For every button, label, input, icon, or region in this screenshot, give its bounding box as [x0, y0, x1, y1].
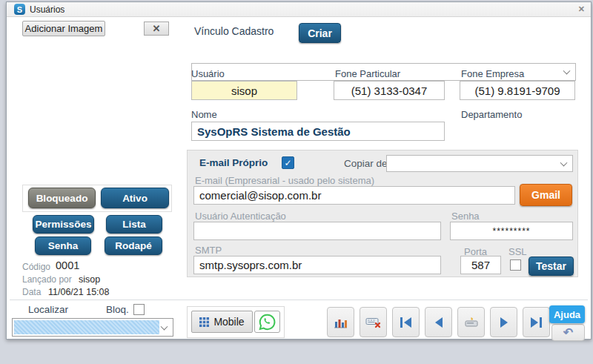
chart-button[interactable] — [327, 307, 354, 337]
lancado-por-label: Lançado por — [22, 274, 72, 285]
copiar-de-label: Copiar de — [344, 158, 388, 169]
porta-field[interactable]: 587 — [460, 256, 501, 274]
rodape-button[interactable]: Rodapé — [105, 236, 162, 255]
usuario-autenticacao-field[interactable] — [193, 222, 441, 240]
nome-value: SysOpRS Sistema de Gestão — [197, 125, 351, 138]
smtp-field[interactable]: smtp.sysoprs.com.br — [193, 256, 441, 274]
nome-field[interactable]: SysOpRS Sistema de Gestão — [191, 122, 445, 141]
undo-button[interactable]: ↶ — [551, 324, 585, 341]
fone-empresa-field[interactable]: (51) 9.8191-9709 — [460, 81, 575, 100]
whatsapp-button[interactable] — [254, 311, 280, 333]
save-record-button[interactable] — [457, 307, 485, 337]
usuario-field[interactable]: sisop — [191, 81, 297, 100]
last-record-icon — [531, 317, 542, 328]
departamento-label: Departamento — [461, 109, 522, 120]
window-content: Adicionar Imagem ✕ Bloqueado Ativo Permi… — [7, 18, 591, 339]
check-icon: ✓ — [284, 158, 291, 168]
copiar-de-select[interactable] — [386, 155, 573, 172]
codigo-value: 0001 — [56, 259, 79, 271]
grid-icon — [199, 317, 209, 327]
fone-empresa-label: Fone Empresa — [461, 68, 524, 79]
fone-particular-field[interactable]: (51) 3133-0347 — [334, 81, 445, 100]
email-settings-panel: E-mail Próprio ✓ Copiar de E-mail (Empre… — [187, 150, 578, 277]
usuario-label: Usuário — [191, 68, 225, 79]
prev-record-icon — [435, 317, 443, 328]
save-record-icon — [464, 317, 479, 328]
app-logo-icon: S — [14, 4, 25, 15]
last-record-button[interactable] — [523, 307, 550, 337]
localizar-select-value — [14, 320, 159, 334]
mobile-label: Mobile — [213, 316, 244, 328]
add-image-label: Adicionar Imagem — [25, 23, 103, 34]
lista-label: Lista — [122, 219, 146, 230]
senha-button[interactable]: Senha — [35, 236, 91, 255]
data-value: 11/06/21 15:08 — [48, 287, 109, 297]
data-label: Data — [22, 287, 41, 297]
lancado-por-value: sisop — [79, 274, 100, 285]
permissoes-label: Permissões — [36, 219, 92, 230]
delete-record-icon — [365, 317, 382, 328]
ativo-button[interactable]: Ativo — [101, 188, 169, 208]
window-close-icon[interactable]: ✕ — [578, 4, 585, 14]
porta-value: 587 — [471, 259, 490, 271]
senha-label: Senha — [451, 211, 480, 222]
first-record-button[interactable] — [392, 307, 420, 337]
senha-value: ********* — [492, 226, 530, 236]
fone-particular-label: Fone Particular — [335, 68, 400, 79]
criar-button[interactable]: Criar — [299, 23, 341, 43]
email-field-label: E-mail (Empresarial - usado pelo sistema… — [195, 175, 374, 186]
window-title: Usuários — [30, 4, 64, 15]
testar-label: Testar — [536, 260, 566, 272]
vinculo-cadastro-label: Vínculo Cadastro — [194, 25, 274, 37]
bloq-label: Bloq. — [106, 304, 129, 315]
ajuda-label: Ajuda — [554, 309, 580, 320]
bloq-checkbox[interactable] — [133, 304, 145, 315]
testar-button[interactable]: Testar — [529, 257, 574, 276]
usuarios-window: S Usuários ✕ Adicionar Imagem ✕ Bloquead… — [6, 1, 592, 340]
smtp-label: SMTP — [195, 245, 222, 256]
bottom-divider — [10, 300, 588, 300]
undo-icon: ↶ — [563, 325, 573, 340]
usuario-value: sisop — [231, 85, 257, 97]
senha-field[interactable]: ********* — [450, 222, 573, 240]
whatsapp-icon — [258, 313, 276, 331]
rodape-label: Rodapé — [115, 240, 152, 251]
lista-button[interactable]: Lista — [106, 215, 162, 234]
bloqueado-button[interactable]: Bloqueado — [28, 188, 96, 208]
chevron-down-icon — [563, 67, 571, 75]
prev-record-button[interactable] — [425, 307, 452, 337]
ativo-label: Ativo — [122, 193, 148, 204]
next-record-button[interactable] — [490, 307, 517, 337]
fone-empresa-value: (51) 9.8191-9709 — [474, 85, 560, 97]
chevron-down-icon — [560, 159, 568, 166]
usuario-autenticacao-label: Usuário Autenticação — [195, 211, 286, 222]
smtp-value: smtp.sysoprs.com.br — [199, 259, 302, 271]
next-record-icon — [500, 317, 508, 328]
ssl-label: SSL — [508, 246, 527, 257]
bar-chart-icon — [334, 317, 348, 328]
first-record-icon — [400, 317, 411, 328]
delete-record-button[interactable] — [360, 307, 387, 337]
add-image-button[interactable]: Adicionar Imagem — [22, 21, 105, 36]
email-proprio-checkbox[interactable]: ✓ — [282, 156, 294, 169]
permissoes-button[interactable]: Permissões — [33, 215, 94, 234]
title-bar: S Usuários ✕ — [7, 2, 591, 17]
chevron-down-icon — [161, 322, 168, 330]
criar-label: Criar — [308, 27, 332, 39]
fone-particular-value: (51) 3133-0347 — [351, 85, 428, 97]
mobile-button[interactable]: Mobile — [191, 311, 253, 333]
gmail-label: Gmail — [531, 189, 560, 201]
localizar-select[interactable] — [12, 318, 173, 337]
localizar-label: Localizar — [28, 304, 68, 315]
nome-label: Nome — [191, 109, 217, 120]
email-value: comercial@sisop.com.br — [199, 189, 321, 202]
ajuda-badge[interactable]: Ajuda — [549, 305, 585, 323]
ssl-checkbox[interactable] — [510, 259, 521, 271]
email-field[interactable]: comercial@sisop.com.br — [193, 186, 515, 205]
gmail-button[interactable]: Gmail — [520, 184, 572, 206]
remove-image-button[interactable]: ✕ — [144, 21, 169, 36]
email-proprio-label: E-mail Próprio — [199, 157, 268, 168]
remove-image-icon: ✕ — [153, 23, 161, 34]
user-image-placeholder — [12, 40, 185, 181]
senha-btn-label: Senha — [48, 240, 79, 251]
